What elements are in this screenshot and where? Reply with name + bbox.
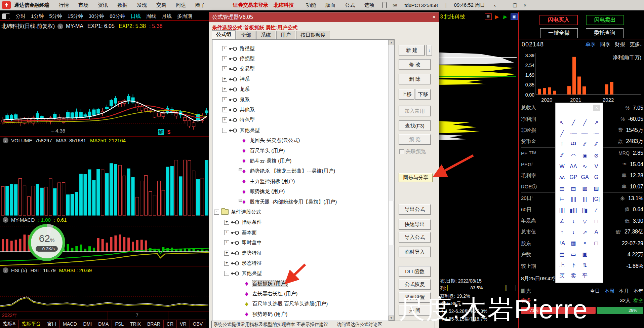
tree-row[interactable]: + 特色型 <box>213 115 388 125</box>
layout-icon[interactable] <box>2 13 10 19</box>
expander-icon[interactable]: - <box>224 271 229 276</box>
bull-label[interactable]: 看多 <box>521 297 531 304</box>
tool-icon[interactable]: GP <box>568 172 579 183</box>
report-link[interactable]: 更多.. <box>630 41 643 48</box>
tool-icon[interactable]: × <box>579 238 591 249</box>
tool-icon[interactable]: ◉ <box>579 150 591 161</box>
tool-icon[interactable]: ʌʌ <box>556 172 568 183</box>
menu-item[interactable]: 问达 <box>171 2 191 8</box>
tool-icon[interactable]: ▨ <box>579 183 591 194</box>
expander-icon[interactable]: - <box>222 128 227 133</box>
period-tab[interactable]: 1分钟 <box>28 13 46 20</box>
back-button[interactable]: ‹ <box>490 2 500 8</box>
period-tab[interactable]: 30分钟 <box>86 13 107 20</box>
mobile-icon[interactable] <box>383 2 387 8</box>
expander-icon[interactable]: + <box>222 77 227 82</box>
tree-item-label[interactable]: 筋斗云-吴旗 (用户) <box>250 158 291 164</box>
expander-icon[interactable]: + <box>224 240 229 245</box>
tree-item-label[interactable]: 首板抓妖 (用户) <box>252 281 287 287</box>
tool-icon[interactable]: ▣ <box>579 249 591 260</box>
tool-icon[interactable]: ▦ <box>568 238 579 249</box>
tool-icon[interactable]: □ <box>591 216 602 227</box>
tdx-logo-icon[interactable] <box>2 1 11 9</box>
tree-row[interactable]: + 基本面 <box>213 227 388 238</box>
tree-item-label[interactable]: 交易型 <box>240 66 255 72</box>
bear-label[interactable]: 看空 <box>633 297 643 304</box>
close-dialog-button[interactable]: 关 闭 <box>399 305 431 316</box>
modify-button[interactable]: 修 改 <box>399 59 431 70</box>
volume-chart[interactable] <box>0 144 209 216</box>
dialog-close-icon[interactable]: × <box>432 14 436 21</box>
tool-icon[interactable]: ▤ <box>556 183 568 194</box>
tree-row[interactable]: + 路径型 <box>213 43 388 53</box>
hsl-chart[interactable] <box>0 274 209 311</box>
indicator-tab[interactable]: MACD <box>59 320 80 328</box>
candlestick-chart[interactable] <box>0 32 209 136</box>
dialog-tab[interactable]: 全部 <box>237 31 255 39</box>
dialog-tab[interactable]: 系统 <box>256 31 275 39</box>
tool-icon[interactable]: ⁄ <box>591 205 602 216</box>
tree-item-label[interactable]: 主力监控指标 (用户) <box>250 178 295 185</box>
bear-bar[interactable]: 29% <box>597 307 643 314</box>
indicator-tab[interactable]: OBV <box>190 320 206 328</box>
report-link[interactable]: 同季 <box>600 41 610 48</box>
menu-item[interactable]: 圈子 <box>191 2 210 8</box>
tree-row[interactable]: 首板抓妖 (用户) <box>213 279 388 289</box>
tool-icon[interactable]: ᵀA <box>556 238 568 249</box>
dialog-title-bar[interactable]: 公式管理器V6.05 × <box>209 12 439 22</box>
tree-item-label[interactable]: 百尺竿头选股 百尺竿头选股(用户) <box>252 301 328 307</box>
tree-item-label[interactable]: 路径型 <box>240 45 255 52</box>
tool-icon[interactable]: W <box>556 161 568 172</box>
tree-item-label[interactable]: 其他类型 <box>242 270 262 277</box>
scrollbar-thumb[interactable] <box>389 201 394 245</box>
new-button[interactable]: 新 建 <box>399 45 425 56</box>
tool-icon[interactable]: ∿ <box>579 161 591 172</box>
close-button[interactable]: × <box>520 2 530 8</box>
tool-icon[interactable]: ¹²³ <box>568 139 579 150</box>
tree-item-label[interactable]: 即时盘中 <box>242 240 262 246</box>
tool-icon[interactable]: G <box>591 172 602 183</box>
new-dropdown-button[interactable]: ↓ <box>426 45 432 56</box>
menu-item[interactable]: 通达信金融终端 <box>13 2 54 8</box>
expander-icon[interactable]: + <box>224 261 229 266</box>
tree-row[interactable]: - 其他类型 <box>213 125 388 135</box>
tool-icon[interactable]: 卖 <box>568 270 579 282</box>
tree-item-label[interactable]: 指标条件 <box>242 219 262 225</box>
tree-row[interactable]: 左长黑右长红 (用户) <box>213 289 388 299</box>
dialog-tab[interactable]: 公式组 <box>212 30 236 39</box>
scroll-down-icon[interactable]: ▼ <box>389 316 394 321</box>
indicator-tab[interactable]: BRAR <box>144 320 164 328</box>
import-button[interactable]: 导入公式 <box>399 232 431 243</box>
menu-item[interactable]: 数据 <box>113 2 132 8</box>
tool-icon[interactable]: ▨ <box>591 183 602 194</box>
tree-item-label[interactable]: 股市天眼 -内部粉丝专用【吴旗】(用户) <box>250 199 337 205</box>
tool-icon[interactable]: V <box>591 161 602 172</box>
restore-button[interactable]: ▢ <box>510 2 520 8</box>
tree-item-label[interactable]: 神系 <box>240 76 250 82</box>
checkbox-icon[interactable] <box>399 149 404 154</box>
tool-icon[interactable]: ↓ <box>568 216 579 227</box>
tree-item-label[interactable]: 龙回头 买卖点(云公式) <box>250 137 300 144</box>
tree-row[interactable]: + 指标条件 <box>213 217 388 227</box>
tree-item-label[interactable]: 顺势擒龙 (用户) <box>250 188 285 195</box>
tool-icon[interactable]: ╱ <box>579 117 591 128</box>
tool-icon[interactable]: ⊘ <box>591 150 602 161</box>
indicator-tab[interactable]: FSL <box>112 320 127 328</box>
tree-row[interactable]: + 走势特征 <box>213 248 388 258</box>
period-tab[interactable]: 周线 <box>144 13 159 20</box>
tool-icon[interactable]: ▤ <box>556 249 568 260</box>
sentiment-tab[interactable]: 本周 <box>604 288 614 294</box>
tree-row[interactable]: + 龙系 <box>213 84 388 95</box>
tool-icon[interactable] <box>591 249 602 260</box>
order-query-button[interactable]: 委托查询 <box>586 28 623 38</box>
period-tab[interactable]: 60分钟 <box>107 13 128 20</box>
tree-item-label[interactable]: 强势筹码 (用户) <box>252 311 287 318</box>
temp-import-button[interactable]: 临时导入 <box>399 247 431 257</box>
tool-icon[interactable]: ↓ <box>568 227 579 238</box>
tool-icon[interactable]: ▭ <box>568 249 579 260</box>
tree-row[interactable]: 强势筹码 (用户) <box>213 309 388 319</box>
tree-row[interactable]: - 条件选股公式 <box>213 207 388 217</box>
tool-icon[interactable] <box>591 260 602 271</box>
tool-icon[interactable]: GA <box>579 172 591 183</box>
report-link[interactable]: 财报 <box>615 41 625 48</box>
